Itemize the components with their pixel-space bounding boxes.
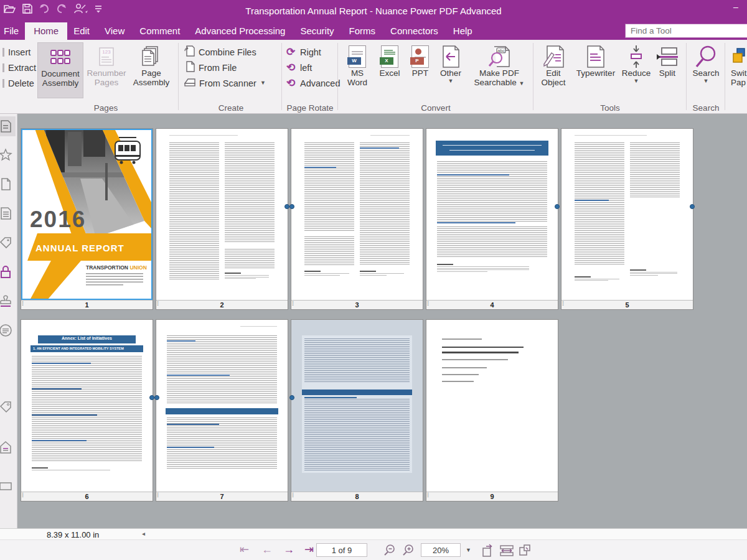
from-scanner-button[interactable]: From Scanner ▼: [184, 75, 266, 91]
rotate-left-button[interactable]: ⟲left: [285, 60, 341, 75]
thumbnail-page-4[interactable]: ⁞⁞4: [426, 128, 558, 310]
make-pdf-searchable-button[interactable]: abc Make PDF Searchable ▼: [469, 42, 529, 98]
document-assembly-button[interactable]: Document Assembly: [37, 42, 83, 98]
drag-grip[interactable]: ⁞⁞: [22, 492, 22, 498]
tab-view[interactable]: View: [96, 22, 133, 40]
drag-grip[interactable]: ⁞⁞: [427, 492, 428, 498]
thumbnail-page-6[interactable]: Annex: List of Initiatives 1. AN EFFICIE…: [21, 319, 153, 502]
page-9-preview: [426, 320, 558, 492]
annotation-dot[interactable]: [690, 204, 695, 209]
thumbnail-page-5[interactable]: ⁞⁞5: [561, 128, 693, 310]
convert-ms-word-button[interactable]: W MS Word: [342, 42, 372, 98]
tab-security[interactable]: Security: [291, 22, 342, 40]
drag-grip[interactable]: ⁞⁞: [562, 301, 563, 307]
group-create: Combine Files From File From Scanner ▼ C…: [182, 40, 280, 113]
drag-grip[interactable]: ⁞⁞: [157, 301, 157, 307]
page-1-preview: 2016 ANNUAL REPORT TRANSPORTION UNION: [21, 129, 153, 300]
zoom-level-select[interactable]: 20%: [421, 543, 461, 557]
previous-page-button[interactable]: ←: [261, 543, 273, 556]
annotation-dot[interactable]: [284, 204, 289, 209]
page-number: 3: [355, 301, 359, 309]
page-caption: ⁞⁞5: [561, 300, 693, 309]
page-number: 7: [220, 493, 223, 500]
page-2-preview: [156, 129, 288, 300]
tab-file[interactable]: File: [0, 22, 27, 40]
split-button[interactable]: Split: [654, 42, 681, 98]
delete-button[interactable]: Delete: [2, 75, 36, 91]
insert-button[interactable]: Insert: [2, 44, 36, 60]
page-number: 5: [625, 301, 629, 309]
thumbnail-page-7[interactable]: ⁞⁞7: [156, 319, 288, 502]
last-page-button[interactable]: ⇥: [304, 543, 314, 556]
drag-grip[interactable]: ⁞⁞: [292, 492, 293, 498]
svg-text:TRANSPORTION UNION: TRANSPORTION UNION: [86, 264, 147, 271]
security-panel-icon[interactable]: [0, 262, 16, 282]
thumbnail-page-2[interactable]: ⁞⁞2: [156, 128, 288, 310]
pages-panel-icon[interactable]: [0, 116, 16, 136]
tab-forms[interactable]: Forms: [341, 22, 385, 40]
thumbnail-page-8[interactable]: ⁞⁞8: [291, 319, 423, 502]
tab-comment[interactable]: Comment: [131, 22, 189, 40]
attachments-panel-icon[interactable]: [0, 174, 16, 194]
stamps-panel-icon[interactable]: [0, 291, 16, 311]
tab-advanced-processing[interactable]: Advanced Processing: [186, 22, 294, 40]
annotation-dot[interactable]: [149, 395, 154, 400]
annotation-dot[interactable]: [289, 395, 294, 400]
comments-panel-icon[interactable]: [0, 320, 16, 340]
tab-home[interactable]: Home: [25, 22, 67, 40]
reduce-icon: [627, 44, 645, 69]
drag-grip[interactable]: ⁞⁞: [427, 301, 428, 307]
convert-ppt-button[interactable]: P PPT: [407, 42, 433, 98]
rotate-right-button[interactable]: ⟳Right: [285, 44, 341, 60]
search-button[interactable]: Search ▼: [688, 42, 723, 98]
rotate-view-button[interactable]: [481, 544, 494, 560]
envelope-panel-icon[interactable]: [0, 437, 16, 457]
svg-text:123: 123: [102, 49, 111, 55]
reduce-button[interactable]: Reduce ▼: [620, 42, 652, 98]
tab-help[interactable]: Help: [444, 22, 481, 40]
insert-icon: [2, 48, 4, 57]
page-indicator[interactable]: 1 of 9: [316, 543, 367, 557]
convert-other-button[interactable]: Other ▼: [435, 42, 467, 98]
first-page-button[interactable]: ⇤: [240, 543, 249, 556]
scroll-left-arrow[interactable]: ◂: [142, 530, 145, 537]
find-a-tool-input[interactable]: [625, 24, 747, 38]
new-window-button[interactable]: [518, 544, 532, 560]
combine-files-button[interactable]: Combine Files: [184, 44, 266, 60]
page-caption: ⁞⁞2: [156, 300, 288, 309]
thumbnail-page-9[interactable]: ⁞⁞9: [426, 319, 558, 502]
edit-object-button[interactable]: Edit Object: [535, 42, 571, 98]
renumber-pages-button[interactable]: 123 Renumber Pages: [85, 42, 128, 98]
signature-panel-icon[interactable]: [0, 476, 16, 496]
ms-word-icon: W: [349, 44, 366, 69]
thumbnail-page-3[interactable]: ⁞⁞3: [291, 128, 423, 310]
drag-grip[interactable]: ⁞⁞: [292, 301, 293, 307]
switch-paperport-button[interactable]: Swit Pap: [731, 42, 747, 98]
convert-excel-button[interactable]: X Excel: [375, 42, 405, 98]
drag-grip[interactable]: ⁞⁞: [22, 301, 22, 307]
zoom-out-button[interactable]: [383, 544, 396, 559]
tab-edit[interactable]: Edit: [65, 22, 98, 40]
typewriter-button[interactable]: Typewriter: [573, 42, 619, 98]
minimize-button[interactable]: –: [731, 4, 741, 12]
horizontal-scrollbar[interactable]: 8.39 x 11.00 in ◂: [0, 528, 747, 539]
annotation-dot[interactable]: [555, 204, 560, 209]
rotate-advanced-button[interactable]: ⟲Advanced: [285, 75, 341, 91]
train-logo: [115, 138, 140, 164]
tags-panel-icon[interactable]: [0, 233, 16, 253]
bookmarks-panel-icon[interactable]: [0, 145, 16, 165]
from-file-button[interactable]: From File: [184, 60, 266, 75]
tab-connectors[interactable]: Connectors: [382, 22, 447, 40]
page-assembly-button[interactable]: Page Assembly: [129, 42, 173, 98]
zoom-level-caret[interactable]: ▼: [466, 548, 471, 553]
annotation-dot[interactable]: [154, 395, 159, 400]
zoom-in-button[interactable]: [402, 544, 415, 559]
drag-grip[interactable]: ⁞⁞: [157, 492, 157, 498]
thumbnail-page-1[interactable]: 2016 ANNUAL REPORT TRANSPORTION UNION: [21, 128, 153, 310]
destinations-panel-icon[interactable]: [0, 397, 16, 417]
fit-width-button[interactable]: [499, 544, 514, 560]
document-panel-icon[interactable]: [0, 203, 16, 223]
next-page-button[interactable]: →: [283, 543, 294, 556]
annotation-dot[interactable]: [289, 204, 294, 209]
extract-button[interactable]: Extract: [2, 60, 36, 75]
